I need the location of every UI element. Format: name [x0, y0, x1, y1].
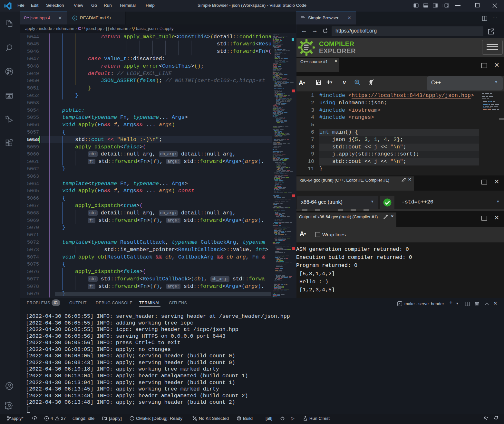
- svg-text:C: C: [24, 16, 27, 20]
